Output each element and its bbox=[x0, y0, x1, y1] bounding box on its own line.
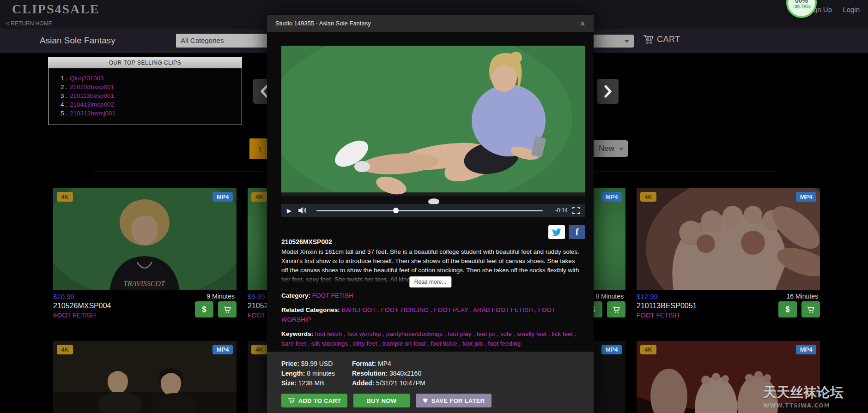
badge-mp4: MP4 bbox=[796, 192, 816, 202]
add-to-cart-button[interactable] bbox=[801, 301, 820, 317]
keyword-link[interactable]: bare feet bbox=[281, 340, 306, 347]
login-link[interactable]: Login bbox=[843, 6, 860, 13]
fullscreen-icon[interactable] bbox=[572, 207, 580, 214]
video-player[interactable]: ▶ -0:14 bbox=[281, 46, 585, 217]
keyword-link[interactable]: smelly feet bbox=[517, 330, 547, 337]
play-icon[interactable]: ▶ bbox=[287, 207, 298, 214]
separator: , bbox=[443, 330, 448, 337]
keyword-link[interactable]: foot feeding bbox=[488, 340, 521, 347]
clip-thumbnail[interactable]: 4K MP4 bbox=[53, 341, 237, 413]
twitter-icon bbox=[552, 228, 561, 236]
keyword-link[interactable]: feet joi bbox=[477, 330, 495, 337]
separator: , bbox=[495, 330, 500, 337]
top-selling-item: 5 .210312hwmj001 bbox=[61, 109, 237, 117]
clip-card[interactable]: TRAVISSCOT 4K MP4 $10.99 9 Minutes 21052… bbox=[53, 188, 237, 323]
separator: , bbox=[348, 340, 353, 347]
separator: , bbox=[511, 330, 516, 337]
separator: , bbox=[468, 306, 473, 313]
top-selling-box: OUR TOP SELLING CLIPS 1 .Qiuq2010032 .21… bbox=[48, 57, 242, 125]
clip-category-link[interactable]: FOOT FETISH bbox=[637, 311, 679, 319]
keyword-link[interactable]: lick feet bbox=[552, 330, 573, 337]
cart-icon bbox=[288, 397, 295, 404]
save-for-later-button[interactable]: ♥ SAVE FOR LATER bbox=[416, 394, 492, 407]
download-speed: ↓30.7K/s bbox=[788, 4, 815, 9]
related-category-link[interactable]: FOOT PLAY bbox=[434, 306, 468, 313]
download-speed-badge[interactable]: 00% ↓30.7K/s bbox=[786, 0, 817, 18]
twitter-share-button[interactable] bbox=[548, 225, 565, 239]
added-label: Added: bbox=[352, 379, 374, 387]
related-category-link[interactable]: BAREFOOT bbox=[342, 306, 376, 313]
clip-thumbnail[interactable]: 4K MP4 bbox=[637, 188, 820, 290]
rank-number: 2 . bbox=[61, 84, 67, 90]
cart-button[interactable]: CART bbox=[643, 34, 680, 44]
keyword-link[interactable]: foot job bbox=[462, 340, 483, 347]
thumbnail-image bbox=[53, 341, 237, 413]
top-selling-link[interactable]: 210113besp001 bbox=[70, 92, 114, 99]
category-link[interactable]: FOOT FETISH bbox=[312, 292, 353, 299]
download-percent: 00% bbox=[788, 0, 815, 4]
return-home-link[interactable]: < RETURN HOME bbox=[6, 20, 52, 27]
facebook-share-button[interactable]: f bbox=[569, 225, 585, 239]
site-logo[interactable]: CLIPS4SALE bbox=[12, 2, 100, 17]
badge-4k: 4K bbox=[251, 192, 267, 202]
top-selling-link[interactable]: 210413lmsp002 bbox=[70, 101, 114, 108]
modal-title: Studio 149355 - Asian Sole Fantasy bbox=[275, 20, 371, 27]
rank-number: 5 . bbox=[61, 110, 67, 117]
separator: , bbox=[377, 340, 382, 347]
top-selling-link[interactable]: 210208bxsp001 bbox=[70, 84, 114, 90]
clip-thumbnail[interactable]: TRAVISSCOT 4K MP4 bbox=[53, 188, 237, 290]
keyword-link[interactable]: trample on food bbox=[382, 340, 425, 347]
watermark-line2: WWW.TTSIWA.COM bbox=[763, 402, 844, 409]
badge-4k: 4K bbox=[57, 345, 73, 354]
separator: , bbox=[429, 306, 434, 313]
buy-clip-button[interactable]: $ bbox=[778, 301, 797, 317]
clip-taxonomy: Category: FOOT FETISH Related Categories… bbox=[281, 291, 579, 348]
keyword-link[interactable]: silk stockings bbox=[311, 340, 348, 347]
clip-meta: $10.99 9 Minutes 210526MXSP004 FOOT FETI… bbox=[53, 290, 237, 323]
keyword-link[interactable]: foot worship bbox=[347, 330, 381, 337]
badge-mp4: MP4 bbox=[601, 345, 622, 354]
clip-price: $10.99 bbox=[53, 293, 74, 300]
carousel-next-button[interactable] bbox=[597, 79, 619, 104]
rank-number: 4 . bbox=[61, 101, 67, 108]
modal-header: × Studio 149355 - Asian Sole Fantasy bbox=[267, 15, 594, 32]
categories-dropdown-value: All Categories bbox=[181, 36, 224, 44]
top-selling-link[interactable]: 210312hwmj001 bbox=[70, 110, 115, 117]
add-to-cart-button[interactable] bbox=[218, 301, 237, 317]
clip-id-title: 210526MXSP002 bbox=[281, 238, 579, 245]
keywords-list: foot fetish , foot worship , pantyhose/s… bbox=[281, 330, 577, 347]
separator: , bbox=[573, 330, 577, 337]
clip-category-link[interactable]: FOOT FETISH bbox=[53, 311, 96, 319]
badge-4k: 4K bbox=[251, 345, 267, 354]
seek-handle[interactable] bbox=[393, 208, 399, 213]
separator: , bbox=[533, 306, 538, 313]
keyword-link[interactable]: foot play bbox=[448, 330, 471, 337]
related-category-link[interactable]: ARAB FOOT FETISH bbox=[473, 306, 533, 313]
read-more-button[interactable]: Read more... bbox=[409, 276, 451, 287]
keyword-link[interactable]: pantyhose/stockings bbox=[386, 330, 443, 337]
seek-bar[interactable] bbox=[316, 210, 543, 211]
purchase-panel: Price: $9.99 USD Length: 8 minutes Size:… bbox=[267, 352, 594, 413]
close-icon[interactable]: × bbox=[580, 15, 585, 32]
add-to-cart-button[interactable] bbox=[607, 301, 625, 317]
buy-now-button[interactable]: BUY NOW bbox=[353, 394, 410, 407]
format-value: MP4 bbox=[378, 360, 391, 367]
keyword-link[interactable]: foot fetish bbox=[315, 330, 342, 337]
keyword-link[interactable]: sole bbox=[500, 330, 512, 337]
cart-icon bbox=[643, 34, 654, 44]
chevron-right-icon bbox=[603, 85, 613, 98]
clip-duration: 9 Minutes bbox=[206, 293, 235, 300]
related-category-link[interactable]: FOOT TICKLING bbox=[381, 306, 429, 313]
buy-clip-button[interactable]: $ bbox=[195, 301, 213, 317]
keyword-link[interactable]: dirty feet bbox=[353, 340, 377, 347]
add-to-cart-button[interactable]: ADD TO CART bbox=[281, 394, 347, 407]
thumbnail-image: TRAVISSCOT bbox=[53, 188, 237, 290]
buy-now-label: BUY NOW bbox=[367, 397, 397, 404]
clip-card[interactable]: 4K MP4 bbox=[53, 341, 237, 413]
clip-card[interactable]: 4K MP4 $12.99 16 Minutes 210113BESP0051 … bbox=[637, 188, 820, 323]
badge-mp4: MP4 bbox=[212, 192, 233, 202]
page: CLIPS4SALE < RETURN HOME Sign Up Login 0… bbox=[0, 0, 868, 413]
keyword-link[interactable]: foot tickle bbox=[431, 340, 457, 347]
top-selling-link[interactable]: Qiuq201003 bbox=[70, 75, 104, 82]
volume-icon[interactable] bbox=[298, 207, 310, 214]
